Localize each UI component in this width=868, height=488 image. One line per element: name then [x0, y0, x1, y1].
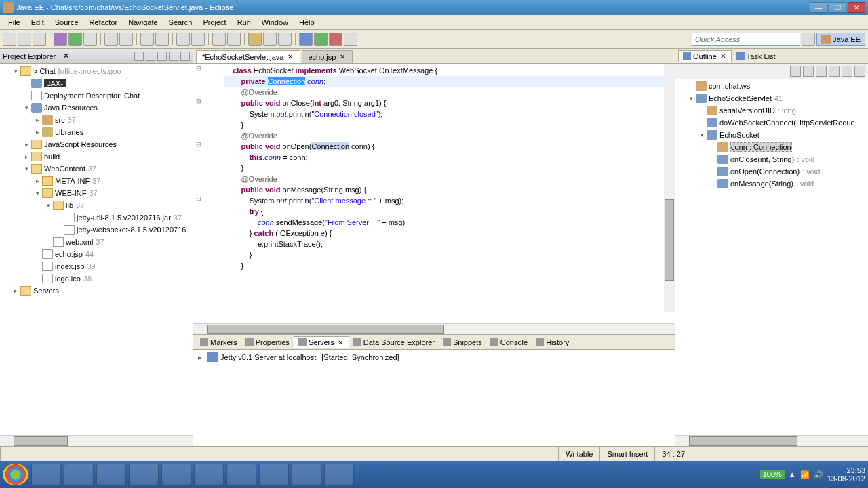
- menu-help[interactable]: Help: [294, 17, 320, 28]
- outline-item[interactable]: doWebSocketConnect(HttpServletReque: [675, 117, 868, 129]
- tb-icon-2[interactable]: [278, 33, 292, 46]
- server-row[interactable]: ▸ Jetty v8.1 Server at localhost [Starte…: [196, 352, 672, 362]
- bottom-tab-markers[interactable]: Markers: [196, 337, 241, 348]
- code-editor[interactable]: ⊟ ⊟ ⊟ ⊟ class EchoSocket implements WebS…: [193, 64, 675, 323]
- menu-window[interactable]: Window: [256, 17, 294, 28]
- outline-hscroll[interactable]: [675, 435, 868, 446]
- tree-item[interactable]: ▸build: [0, 150, 193, 163]
- tree-item[interactable]: JAX-: [0, 77, 193, 89]
- taskbar-chrome-2[interactable]: [292, 464, 321, 485]
- menu-search[interactable]: Search: [163, 17, 198, 28]
- taskbar-app-1[interactable]: [96, 464, 126, 485]
- taskbar-app-3[interactable]: [324, 464, 354, 485]
- outline-item[interactable]: serialVersionUID: long: [675, 104, 868, 117]
- link-editor-button[interactable]: [146, 52, 155, 61]
- maximize-view-button[interactable]: [180, 52, 190, 61]
- tb-icon-1[interactable]: [263, 33, 277, 46]
- editor-hscroll[interactable]: [193, 323, 675, 334]
- tree-item[interactable]: ▸Libraries: [0, 126, 193, 138]
- expand-icon[interactable]: ▸: [196, 353, 204, 362]
- tree-item[interactable]: logo.ico38: [0, 272, 193, 285]
- new-package-button[interactable]: [104, 33, 118, 46]
- run-button[interactable]: [68, 33, 82, 46]
- tree-item[interactable]: web.xml37: [0, 236, 193, 248]
- tree-item[interactable]: ▾> Chat[office-projects.goo: [0, 65, 193, 77]
- outline-item[interactable]: com.chat.ws: [675, 80, 868, 92]
- outline-tree[interactable]: com.chat.ws▾EchoSocketServlet41serialVer…: [675, 79, 868, 435]
- menu-run[interactable]: Run: [232, 17, 256, 28]
- tray-network-icon[interactable]: 📶: [800, 470, 810, 479]
- close-button[interactable]: ✕: [848, 2, 865, 13]
- tree-item[interactable]: ▸META-INF37: [0, 175, 193, 187]
- menu-project[interactable]: Project: [197, 17, 231, 28]
- outline-item[interactable]: onMessage(String): void: [675, 178, 868, 190]
- outline-filter-local-button[interactable]: [842, 66, 852, 77]
- tree-item[interactable]: ▸Servers: [0, 285, 193, 297]
- tree-item[interactable]: echo.jsp44: [0, 248, 193, 260]
- tray-volume-icon[interactable]: 🔊: [814, 470, 823, 479]
- run-last-button[interactable]: [83, 33, 97, 46]
- tab-tasklist[interactable]: Task List: [732, 50, 781, 62]
- open-type-button[interactable]: [140, 33, 154, 46]
- view-menu-button[interactable]: [157, 52, 167, 61]
- outline-item[interactable]: ▾EchoSocketServlet41: [675, 92, 868, 104]
- new-class-button[interactable]: [119, 33, 133, 46]
- tab-close-icon[interactable]: ✕: [336, 339, 344, 346]
- system-tray[interactable]: 100% ▲ 📶 🔊 23:53 13-08-2012: [760, 466, 865, 483]
- save-all-button[interactable]: [33, 33, 46, 46]
- tree-item[interactable]: Deployment Descriptor: Chat: [0, 89, 193, 102]
- tree-item[interactable]: ▸src37: [0, 114, 193, 126]
- server-run-button[interactable]: [314, 33, 328, 46]
- open-perspective-button[interactable]: [802, 33, 815, 46]
- editor-vscroll[interactable]: [664, 64, 675, 312]
- tree-item[interactable]: ▾Java Resources: [0, 102, 193, 114]
- server-publish-button[interactable]: [344, 33, 357, 46]
- taskbar-folder[interactable]: [194, 464, 224, 485]
- quick-access-input[interactable]: [692, 33, 800, 46]
- tree-item[interactable]: ▾WebContent37: [0, 163, 193, 175]
- tree-item[interactable]: index.jsp39: [0, 260, 193, 272]
- project-explorer-hscroll[interactable]: [0, 435, 193, 446]
- editor-tab[interactable]: *EchoSocketServlet.java✕: [196, 50, 300, 63]
- save-button[interactable]: [18, 33, 31, 46]
- tree-item[interactable]: ▾lib37: [0, 199, 193, 211]
- outline-filter-fields-button[interactable]: [803, 66, 814, 77]
- bottom-tab-servers[interactable]: Servers✕: [294, 336, 349, 348]
- forward-button[interactable]: [227, 33, 241, 46]
- clock[interactable]: 23:53 13-08-2012: [827, 466, 865, 483]
- perspective-javaee[interactable]: Java EE: [816, 33, 865, 46]
- taskbar-app-2[interactable]: [226, 464, 256, 485]
- taskbar-explorer[interactable]: [64, 464, 94, 485]
- menu-file[interactable]: File: [3, 17, 26, 28]
- menu-edit[interactable]: Edit: [26, 17, 50, 28]
- editor-gutter[interactable]: ⊟ ⊟ ⊟ ⊟: [193, 64, 220, 323]
- server-stop-button[interactable]: [329, 33, 342, 46]
- debug-button[interactable]: [54, 33, 67, 46]
- outline-item[interactable]: ▾EchoSocket: [675, 129, 868, 141]
- new-button[interactable]: [3, 33, 16, 46]
- project-explorer-close-icon[interactable]: ✕: [61, 52, 71, 61]
- bottom-tab-data-source-explorer[interactable]: Data Source Explorer: [349, 337, 439, 348]
- search-button[interactable]: [155, 33, 169, 46]
- bottom-tab-history[interactable]: History: [532, 337, 573, 348]
- tree-item[interactable]: jetty-util-8.1.5.v20120716.jar37: [0, 211, 193, 224]
- tree-item[interactable]: ▾WEB-INF37: [0, 187, 193, 199]
- outline-close-icon[interactable]: ✕: [719, 52, 727, 60]
- outline-menu-button[interactable]: [854, 66, 865, 77]
- outline-filter-nonpublic-button[interactable]: [829, 66, 840, 77]
- tree-item[interactable]: jetty-websocket-8.1.5.v20120716: [0, 224, 193, 236]
- taskbar-firefox[interactable]: [129, 464, 159, 485]
- back-button[interactable]: [212, 33, 226, 46]
- toggle-breadcrumb-button[interactable]: [176, 33, 190, 46]
- outline-filter-static-button[interactable]: [816, 66, 827, 77]
- menu-refactor[interactable]: Refactor: [84, 17, 123, 28]
- pin-button[interactable]: [248, 33, 262, 46]
- tab-close-icon[interactable]: ✕: [286, 53, 294, 61]
- bottom-tab-snippets[interactable]: Snippets: [439, 337, 486, 348]
- tree-item[interactable]: ▸JavaScript Resources: [0, 138, 193, 150]
- menu-source[interactable]: Source: [50, 17, 84, 28]
- collapse-all-button[interactable]: [134, 52, 144, 61]
- project-explorer-tree[interactable]: ▾> Chat[office-projects.gooJAX-Deploymen…: [0, 64, 193, 435]
- servers-view[interactable]: ▸ Jetty v8.1 Server at localhost [Starte…: [193, 350, 675, 446]
- editor-tab[interactable]: echo.jsp✕: [302, 50, 353, 63]
